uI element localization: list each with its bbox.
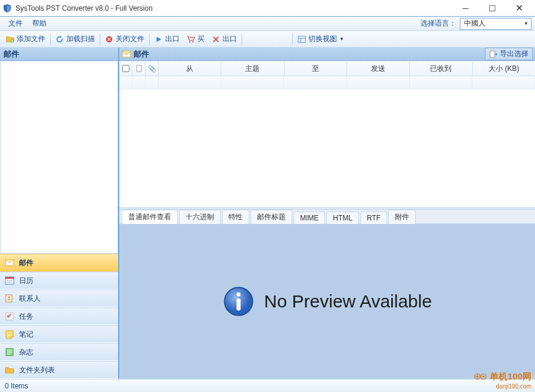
cat-mail[interactable]: 邮件 <box>0 254 118 272</box>
column-header-row: 📎 从 主题 至 发送 已收到 大小 (KB) <box>119 61 535 76</box>
export-button[interactable]: 出口 <box>151 33 183 45</box>
status-bar: 0 Items <box>0 379 535 392</box>
mail-grid[interactable] <box>119 76 535 207</box>
mail-icon <box>5 258 14 267</box>
col-msgicon[interactable] <box>132 61 146 76</box>
svg-rect-14 <box>137 66 141 72</box>
app-icon <box>2 4 12 13</box>
folders-icon <box>5 365 14 375</box>
maximize-button[interactable]: ☐ <box>479 0 506 16</box>
close-button[interactable]: ✕ <box>506 0 533 16</box>
left-panel: 邮件 邮件 日历 联系人 任务 笔记 <box>0 48 119 379</box>
svg-point-2 <box>189 41 190 42</box>
svg-point-16 <box>236 293 240 297</box>
menu-file[interactable]: 文件 <box>4 17 27 30</box>
close-file-icon <box>105 35 113 43</box>
right-panel: 邮件 导出选择 📎 从 主题 至 发送 已收到 大小 (KB) <box>119 48 535 379</box>
close-file-button[interactable]: 关闭文件 <box>101 33 148 45</box>
col-subject[interactable]: 主题 <box>221 61 284 76</box>
category-list: 邮件 日历 联系人 任务 笔记 杂志 <box>0 254 118 379</box>
svg-point-9 <box>8 296 10 298</box>
refresh-icon <box>55 35 64 43</box>
cat-folders[interactable]: 文件夹列表 <box>0 361 118 379</box>
tab-attachments[interactable]: 附件 <box>388 210 416 224</box>
journal-icon <box>5 347 14 357</box>
table-row <box>119 76 535 89</box>
attachment-icon: 📎 <box>148 65 156 73</box>
main-area: 邮件 邮件 日历 联系人 任务 笔记 <box>0 48 535 379</box>
layout-icon <box>298 35 306 43</box>
tab-hex[interactable]: 十六进制 <box>179 210 221 224</box>
preview-tabs: 普通邮件查看 十六进制 特性 邮件标题 MIME HTML RTF 附件 <box>119 210 535 224</box>
col-to[interactable]: 至 <box>284 61 347 76</box>
folder-tree[interactable] <box>0 61 118 254</box>
mail-icon <box>122 49 131 59</box>
svg-point-20 <box>483 375 485 378</box>
cat-notes[interactable]: 笔记 <box>0 325 118 343</box>
status-items: 0 Items <box>5 382 28 390</box>
export2-button[interactable]: 出口 <box>208 33 240 45</box>
window-buttons: ─ ☐ ✕ <box>452 0 533 16</box>
add-file-button[interactable]: 添加文件 <box>2 33 49 45</box>
info-icon <box>222 285 255 318</box>
folder-add-icon <box>6 35 14 43</box>
cat-contacts[interactable]: 联系人 <box>0 290 118 307</box>
tab-rtf[interactable]: RTF <box>360 211 387 224</box>
svg-rect-17 <box>236 298 240 310</box>
window-title: SysTools PST Converter v8.0 - Full Versi… <box>16 4 452 13</box>
col-checkbox[interactable] <box>119 61 132 76</box>
menu-bar: 文件 帮助 选择语言： 中國人 ▼ <box>0 17 535 31</box>
tab-html[interactable]: HTML <box>326 211 359 224</box>
chevron-down-icon: ▼ <box>339 36 344 42</box>
cart-icon <box>187 35 195 43</box>
minimize-button[interactable]: ─ <box>452 0 479 16</box>
select-all-checkbox[interactable] <box>122 65 129 72</box>
x-icon <box>212 35 220 43</box>
language-label: 选择语言： <box>420 18 456 29</box>
col-sent[interactable]: 发送 <box>347 61 410 76</box>
notes-icon <box>5 329 14 339</box>
svg-rect-7 <box>5 277 14 279</box>
tasks-icon <box>5 312 14 321</box>
menu-help[interactable]: 帮助 <box>27 17 51 30</box>
tab-normal-view[interactable]: 普通邮件查看 <box>122 210 178 224</box>
no-preview-text: No Preview Available <box>264 291 432 312</box>
title-bar: SysTools PST Converter v8.0 - Full Versi… <box>0 0 535 17</box>
watermark-icon <box>474 370 487 383</box>
cat-tasks[interactable]: 任务 <box>0 307 118 325</box>
tab-header[interactable]: 邮件标题 <box>251 210 292 224</box>
list-header: 邮件 导出选择 <box>119 48 535 61</box>
col-from[interactable]: 从 <box>159 61 221 76</box>
buy-button[interactable]: 买 <box>183 33 208 45</box>
watermark: 单机100网 danji100.com <box>474 370 531 390</box>
col-received[interactable]: 已收到 <box>410 61 472 76</box>
svg-point-3 <box>192 41 193 42</box>
tab-properties[interactable]: 特性 <box>222 210 249 224</box>
cat-journal[interactable]: 杂志 <box>0 343 118 361</box>
chevron-down-icon: ▼ <box>524 21 528 26</box>
load-scan-button[interactable]: 加载扫描 <box>52 33 98 45</box>
switch-view-button[interactable]: 切换视图 ▼ <box>294 33 348 45</box>
col-size[interactable]: 大小 (KB) <box>473 61 535 76</box>
toolbar: 添加文件 加载扫描 关闭文件 出口 买 出口 切换视图 ▼ <box>0 31 535 48</box>
export-icon <box>489 50 497 58</box>
page-icon <box>135 65 143 72</box>
language-value: 中國人 <box>464 18 485 29</box>
play-icon <box>154 35 163 43</box>
col-attachment[interactable]: 📎 <box>146 61 159 76</box>
cat-calendar[interactable]: 日历 <box>0 272 118 290</box>
export-selected-button[interactable]: 导出选择 <box>485 48 533 60</box>
list-header-label: 邮件 <box>122 49 149 60</box>
contacts-icon <box>5 294 14 303</box>
preview-pane: No Preview Available <box>119 224 535 379</box>
svg-rect-4 <box>298 36 305 42</box>
tab-mime[interactable]: MIME <box>293 211 325 224</box>
left-header: 邮件 <box>0 48 118 61</box>
language-dropdown[interactable]: 中國人 ▼ <box>460 18 531 30</box>
svg-rect-13 <box>490 51 495 57</box>
calendar-icon <box>5 276 14 285</box>
